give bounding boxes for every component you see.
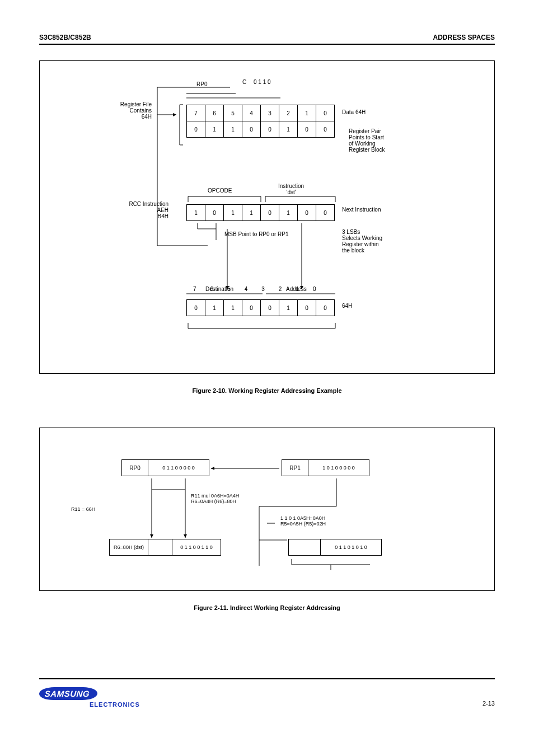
regfile-idx: 7 (186, 105, 205, 121)
dest-bit: 0 (316, 299, 335, 316)
regfile-bit: 1 (223, 121, 242, 138)
dest-bit: 0 (297, 299, 316, 316)
r11-66h-label: R11 = 66H (71, 506, 95, 512)
r11-mul-label: R11 mul 0A6H=0A4H R6=0A4H (R6)=80H (191, 493, 239, 504)
instr-bit: 0 (297, 204, 316, 221)
msb-point-label: MSB Point to RP0 or RP1 (224, 231, 289, 237)
regfile-idx: 4 (242, 105, 261, 121)
instr-bit: 1 (186, 204, 205, 221)
regfile-idx: 2 (279, 105, 298, 121)
c-label: C (242, 79, 246, 85)
dest-bit: 0 (186, 299, 205, 316)
header-right: ADDRESS SPACES (433, 34, 495, 41)
regfile-idx: 5 (223, 105, 242, 121)
address-label: Address (286, 286, 307, 292)
figure-2-caption: Figure 2-11. Indirect Working Register A… (39, 604, 495, 611)
samsung-logo: SAMSUNG (39, 687, 98, 700)
reg-pair-label: Register Pair Points to Start of Working… (349, 128, 385, 153)
r6-r6-box: 0 1 1 0 1 0 1 0 (288, 539, 382, 556)
dest-bit: 1 (205, 299, 224, 316)
instruction-row: 1 0 1 1 0 1 0 0 (186, 204, 335, 221)
instr-bit: 0 (205, 204, 224, 221)
header-rule (39, 44, 495, 45)
r6-r6-value-box: 0 1 1 0 1 0 1 0 (320, 539, 382, 556)
figure-1-caption: Figure 2-10. Working Register Addressing… (39, 387, 495, 394)
regfile-idx: 3 (260, 105, 279, 121)
r1101-eval-label: 1 1 0 1 0A5H=0A0H R5=0A5H (R5)=02H (280, 515, 326, 527)
r6-value-box: 0 1 1 0 0 1 1 0 (172, 539, 221, 556)
regfile-bit: 0 (242, 121, 261, 138)
regfile-bit: 0 (260, 121, 279, 138)
dest-bit: 0 (260, 299, 279, 316)
regfile-bit: 1 (205, 121, 224, 138)
three-lsb-label: 3 LSBs Selects Working Register within t… (342, 229, 382, 253)
reg-file-label: Register File Contains 64H (90, 101, 152, 120)
rcc-instr-label: RCC Instruction AEH B4H (90, 201, 168, 219)
instr-bit: 1 (223, 204, 242, 221)
header-left: S3C852B/C852B (39, 34, 91, 41)
regfile-idx: 6 (205, 105, 224, 121)
figure-2-connectors (40, 428, 495, 591)
byte-0110: 0 1 1 0 (254, 79, 271, 85)
regfile-bit: 1 (279, 121, 298, 138)
regfile-bit: 0 (186, 121, 205, 138)
rp0-box: RP0 0 1 1 0 0 0 0 0 (121, 459, 209, 476)
opcode-label: OPCODE (208, 187, 232, 194)
rp1-box: RP1 1 0 1 0 0 0 0 0 (282, 459, 369, 476)
instr-bit: 1 (242, 204, 261, 221)
regfile-idx: 0 (316, 105, 335, 121)
figure-2-frame: RP0 0 1 1 0 0 0 0 0 RP1 1 0 1 0 0 0 0 0 … (39, 428, 495, 591)
regfile-grid: 7 6 5 4 3 2 1 0 0 1 1 0 0 1 0 0 (186, 105, 335, 138)
destination-label: Destination (205, 286, 233, 292)
rp1-value-box: 1 0 1 0 0 0 0 0 (308, 459, 369, 476)
regfile-idx: 1 (297, 105, 316, 121)
figure-1-frame: RP0 C 0 1 1 0 Register File Contains 64H… (39, 60, 495, 374)
dst-instr-label: Instruction 'dst' (278, 183, 304, 195)
dest-bit: 1 (279, 299, 298, 316)
r6-dst-box: R6=80H (dst) 0 1 1 0 0 1 1 0 (109, 539, 221, 556)
next-instr-label: Next Instruction (342, 206, 381, 213)
dest-bit: 1 (223, 299, 242, 316)
rp0-value-box: 0 1 1 0 0 0 0 0 (148, 459, 209, 476)
page-header: S3C852B/C852B ADDRESS SPACES (39, 34, 495, 44)
footer-rule (39, 678, 495, 679)
regfile-bit: 0 (297, 121, 316, 138)
dest-bit: 0 (242, 299, 261, 316)
regfile-bit: 0 (316, 121, 335, 138)
instr-bit: 1 (279, 204, 298, 221)
destination-row: 0 1 1 0 0 1 0 0 (186, 299, 335, 316)
instr-bit: 0 (316, 204, 335, 221)
dest-64h-label: 64H (342, 303, 352, 309)
instr-bit: 0 (260, 204, 279, 221)
page: S3C852B/C852B ADDRESS SPACES (0, 0, 534, 729)
data-64h-label: Data 64H (342, 109, 366, 115)
rp0-label: RP0 (196, 81, 207, 87)
